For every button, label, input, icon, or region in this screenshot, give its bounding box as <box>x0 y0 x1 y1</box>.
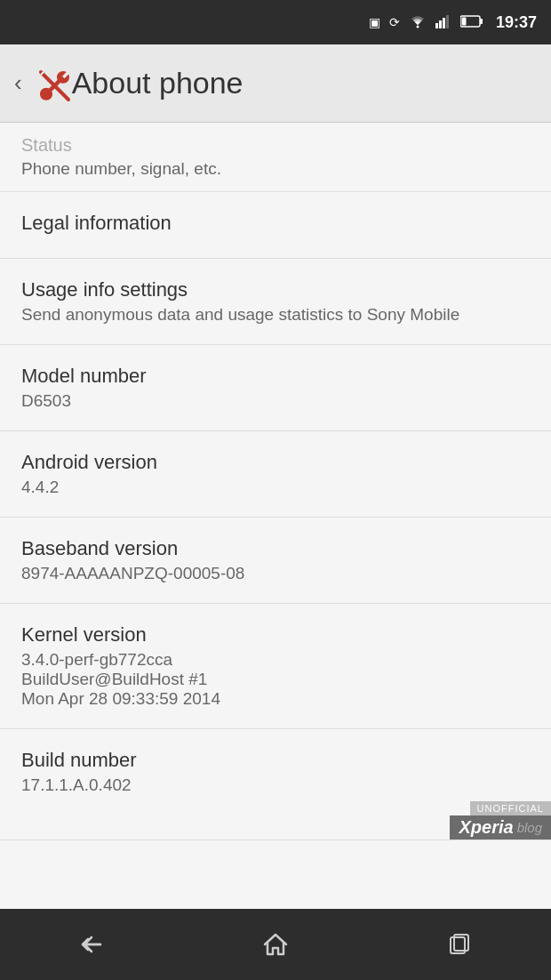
page-title: About phone <box>72 66 244 100</box>
svg-rect-4 <box>446 15 449 28</box>
status-time: 19:37 <box>496 13 537 32</box>
home-nav-button[interactable] <box>240 918 311 971</box>
kernel-label: Kernel version <box>21 623 530 647</box>
android-label: Android version <box>21 451 530 474</box>
tools-icon <box>33 64 72 103</box>
unofficial-badge: UNOFFICIAL <box>470 801 551 815</box>
svg-rect-2 <box>439 20 442 28</box>
setting-item-status[interactable]: Status Phone number, signal, etc. <box>0 123 551 192</box>
app-bar: ‹ About phone <box>0 44 551 123</box>
baseband-label: Baseband version <box>21 537 530 560</box>
legal-label: Legal information <box>21 212 530 235</box>
android-value: 4.4.2 <box>21 478 530 497</box>
setting-item-legal[interactable]: Legal information <box>0 192 551 259</box>
content-area: Status Phone number, signal, etc. Legal … <box>0 123 551 909</box>
setting-item-kernel: Kernel version 3.4.0-perf-gb772cca Build… <box>0 604 551 729</box>
back-button[interactable]: ‹ <box>14 69 22 97</box>
back-nav-button[interactable] <box>56 918 127 971</box>
signal-icon <box>435 14 451 31</box>
setting-item-baseband: Baseband version 8974-AAAAANPZQ-00005-08 <box>0 518 551 604</box>
xperia-label: Xperia <box>459 817 513 838</box>
svg-rect-7 <box>461 17 466 25</box>
rotate-icon: ⟳ <box>389 15 400 29</box>
usage-label: Usage info settings <box>21 278 530 301</box>
battery-icon <box>460 14 483 31</box>
recents-nav-button[interactable] <box>424 918 495 971</box>
svg-point-0 <box>416 25 419 28</box>
build-label: Build number <box>21 749 530 772</box>
model-label: Model number <box>21 365 530 388</box>
build-value: 17.1.1.A.0.402 <box>21 775 530 795</box>
baseband-value: 8974-AAAAANPZQ-00005-08 <box>21 564 530 583</box>
bottom-nav <box>0 909 551 980</box>
setting-item-model: Model number D6503 <box>0 345 551 431</box>
svg-rect-3 <box>443 18 445 28</box>
svg-rect-1 <box>435 23 438 28</box>
setting-item-usage[interactable]: Usage info settings Send anonymous data … <box>0 259 551 345</box>
status-label: Status <box>21 135 530 156</box>
status-value: Phone number, signal, etc. <box>21 159 530 179</box>
status-bar: ▣ ⟳ 19:37 <box>0 0 551 44</box>
screenshot-icon: ▣ <box>369 15 380 29</box>
blog-label: blog <box>517 820 542 835</box>
model-value: D6503 <box>21 391 530 411</box>
wifi-icon <box>409 14 427 31</box>
svg-rect-6 <box>480 19 483 24</box>
usage-value: Send anonymous data and usage statistics… <box>21 305 530 325</box>
setting-item-build: Build number 17.1.1.A.0.402 UNOFFICIAL X… <box>0 729 551 840</box>
kernel-value: 3.4.0-perf-gb772cca BuildUser@BuildHost … <box>21 650 530 709</box>
setting-item-android: Android version 4.4.2 <box>0 431 551 518</box>
